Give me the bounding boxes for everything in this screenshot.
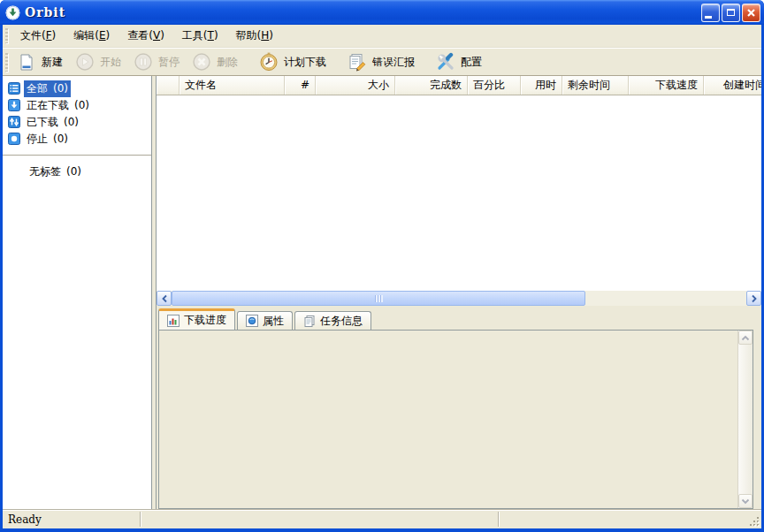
completed-arrows-icon bbox=[8, 116, 20, 128]
column-header-percent[interactable]: 百分比 bbox=[468, 76, 521, 95]
detail-panel bbox=[158, 330, 753, 509]
minimize-button[interactable] bbox=[701, 4, 720, 22]
schedule-download-button[interactable]: 计划下载 bbox=[253, 50, 332, 73]
column-header-elapsed[interactable]: 用时 bbox=[521, 76, 562, 95]
scroll-thumb-grip bbox=[375, 295, 383, 302]
config-icon bbox=[436, 52, 455, 72]
window-title: Orbit bbox=[25, 5, 65, 19]
vertical-scrollbar bbox=[737, 331, 753, 508]
detail-tabs: 下载进度 属性 任务信息 bbox=[157, 306, 761, 330]
error-report-icon bbox=[348, 52, 367, 72]
download-list[interactable] bbox=[157, 95, 761, 291]
status-bar: Ready bbox=[3, 509, 761, 528]
column-header-icon[interactable] bbox=[157, 76, 180, 95]
list-icon bbox=[8, 82, 20, 95]
menu-bar: 文件(F) 编辑(E) 查看(V) 工具(T) 帮助(H) bbox=[3, 25, 761, 48]
new-task-button[interactable]: 新建 bbox=[11, 51, 69, 73]
column-header-completed[interactable]: 完成数 bbox=[395, 76, 468, 95]
pause-button: 暂停 bbox=[127, 50, 186, 73]
minimize-icon bbox=[705, 16, 712, 19]
pause-icon bbox=[134, 52, 153, 72]
status-message: Ready bbox=[3, 513, 42, 526]
delete-icon bbox=[192, 52, 211, 72]
sidebar-separator bbox=[3, 155, 151, 156]
start-icon bbox=[75, 52, 95, 72]
scroll-left-button[interactable] bbox=[157, 291, 172, 306]
menu-edit[interactable]: 编辑(E) bbox=[65, 26, 118, 46]
app-logo-icon bbox=[5, 5, 20, 20]
sidebar-item-downloading[interactable]: 正在下载(0) bbox=[3, 97, 151, 113]
start-button: 开始 bbox=[69, 50, 127, 73]
horizontal-scroll-thumb[interactable] bbox=[172, 291, 585, 306]
task-info-icon bbox=[303, 315, 316, 327]
chevron-right-icon bbox=[751, 294, 758, 303]
column-header-size[interactable]: 大小 bbox=[316, 76, 395, 95]
toolbar: 新建 开始 暂停 删除 bbox=[3, 48, 761, 76]
download-progress-panel bbox=[159, 331, 737, 508]
menu-file[interactable]: 文件(F) bbox=[11, 26, 65, 46]
toolbar-grip-handle[interactable] bbox=[5, 53, 8, 72]
properties-globe-icon bbox=[246, 315, 258, 327]
tab-download-progress[interactable]: 下载进度 bbox=[158, 308, 235, 330]
close-button[interactable] bbox=[742, 4, 760, 22]
new-document-icon bbox=[18, 53, 36, 72]
column-header-speed[interactable]: 下载速度 bbox=[629, 76, 704, 95]
download-arrow-icon bbox=[8, 99, 20, 111]
app-window: Orbit 文件(F) 编辑(E) 查看(V) 工具(T) 帮助(H) bbox=[0, 0, 764, 532]
sidebar-item-stopped[interactable]: 停止(0) bbox=[3, 131, 151, 147]
statusbar-divider bbox=[140, 512, 141, 527]
main-panel: 文件名 # 大小 完成数 百分比 用时 剩余时间 下载速度 创建时间 bbox=[156, 76, 761, 509]
category-sidebar: 全部(0) 正在下载(0) 已下载(0) bbox=[3, 76, 152, 509]
column-header-number[interactable]: # bbox=[285, 76, 316, 95]
config-button[interactable]: 配置 bbox=[430, 50, 488, 73]
menu-help[interactable]: 帮助(H) bbox=[227, 26, 282, 46]
scroll-right-button[interactable] bbox=[746, 291, 761, 306]
column-header-created[interactable]: 创建时间 bbox=[704, 76, 761, 95]
resize-grip[interactable] bbox=[749, 516, 760, 528]
progress-chart-icon bbox=[167, 315, 180, 327]
menu-view[interactable]: 查看(V) bbox=[118, 26, 173, 46]
close-icon bbox=[746, 8, 756, 18]
title-bar: Orbit bbox=[0, 0, 764, 25]
download-list-header: 文件名 # 大小 完成数 百分比 用时 剩余时间 下载速度 创建时间 bbox=[157, 76, 761, 95]
menubar-grip-handle[interactable] bbox=[5, 28, 8, 44]
stop-icon bbox=[8, 133, 20, 145]
horizontal-scrollbar[interactable] bbox=[157, 291, 761, 306]
clock-icon bbox=[259, 52, 279, 72]
column-header-filename[interactable]: 文件名 bbox=[180, 76, 285, 95]
tab-task-info[interactable]: 任务信息 bbox=[294, 311, 371, 330]
statusbar-divider bbox=[498, 512, 500, 527]
maximize-button[interactable] bbox=[722, 4, 740, 22]
error-report-button[interactable]: 错误汇报 bbox=[341, 50, 421, 73]
chevron-up-icon bbox=[741, 335, 750, 341]
chevron-down-icon bbox=[741, 498, 750, 505]
sidebar-item-no-tag[interactable]: 无标签(0) bbox=[3, 163, 151, 179]
sidebar-item-all[interactable]: 全部(0) bbox=[3, 80, 151, 96]
delete-button: 删除 bbox=[186, 50, 244, 73]
scroll-down-button bbox=[738, 494, 753, 508]
scroll-up-button bbox=[738, 331, 753, 345]
tab-properties[interactable]: 属性 bbox=[237, 311, 293, 330]
menu-tools[interactable]: 工具(T) bbox=[173, 26, 227, 46]
chevron-left-icon bbox=[161, 294, 168, 303]
maximize-icon bbox=[727, 9, 735, 16]
content-area: 全部(0) 正在下载(0) 已下载(0) bbox=[3, 76, 761, 509]
column-header-remaining[interactable]: 剩余时间 bbox=[562, 76, 629, 95]
sidebar-item-completed[interactable]: 已下载(0) bbox=[3, 114, 151, 130]
